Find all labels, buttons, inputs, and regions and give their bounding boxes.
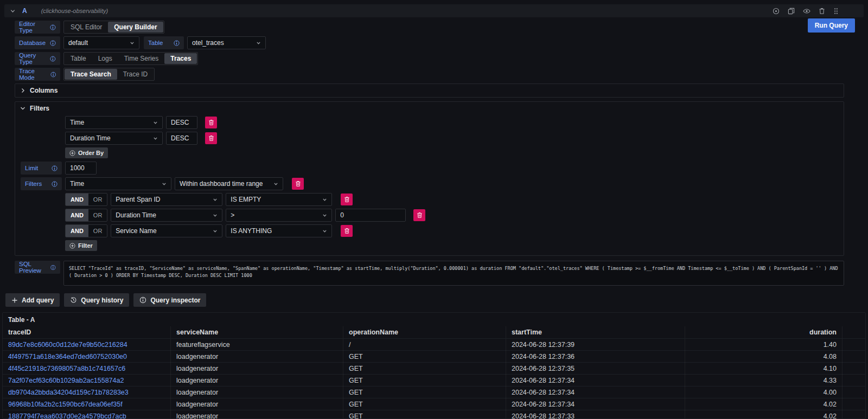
duplicate-query-icon[interactable] xyxy=(788,8,795,15)
or-option[interactable]: OR xyxy=(88,194,107,205)
hide-response-eye-icon[interactable] xyxy=(803,8,810,15)
row-gutter xyxy=(843,339,865,351)
or-option[interactable]: OR xyxy=(88,225,107,237)
remove-filter-button[interactable] xyxy=(341,194,353,205)
column-header-operationname[interactable]: operationName xyxy=(343,326,506,338)
add-order-by-button[interactable]: Order By xyxy=(65,147,108,158)
column-header-duration[interactable]: duration xyxy=(685,326,843,338)
circle-dot-icon[interactable] xyxy=(773,8,780,15)
sql-preview-text: SELECT "TraceId" as traceID, "ServiceNam… xyxy=(63,261,844,286)
time-filter-operator-value: Within dashboard time range xyxy=(180,180,263,188)
run-query-button[interactable]: Run Query xyxy=(808,18,855,33)
segment-option[interactable]: Query Builder xyxy=(108,22,163,33)
query-type-label-text: Query Type xyxy=(19,52,50,65)
segment-option[interactable]: Traces xyxy=(164,53,197,64)
or-option[interactable]: OR xyxy=(88,209,107,221)
filter-value-input[interactable]: 0 xyxy=(335,209,406,222)
operation-name-cell: / xyxy=(343,339,506,351)
order-by-field-select[interactable]: Time xyxy=(65,116,163,129)
filters-section-header[interactable]: Filters xyxy=(15,102,844,115)
add-filter-button[interactable]: Filter xyxy=(65,240,97,251)
trash-icon xyxy=(344,196,350,203)
limit-label: Limit xyxy=(21,162,62,175)
filter-field-select[interactable]: Service Name xyxy=(111,224,222,237)
and-option[interactable]: AND xyxy=(66,225,88,237)
table-value: otel_traces xyxy=(192,39,224,47)
info-icon xyxy=(50,56,56,62)
editor-type-label: Editor Type xyxy=(15,21,60,34)
column-header-servicename[interactable]: serviceName xyxy=(171,326,343,338)
query-row-header[interactable]: A (clickhouse-observability) xyxy=(4,4,864,17)
remove-time-filter-button[interactable] xyxy=(292,178,304,190)
time-filter-operator-select[interactable]: Within dashboard time range xyxy=(175,177,283,190)
order-by-row: Duration Time DESC xyxy=(21,132,838,145)
order-by-direction-select[interactable]: DESC xyxy=(166,116,197,129)
trace-id-link[interactable]: 4f497571a618e364ed7ded60752030e0 xyxy=(8,353,127,360)
order-by-direction-select[interactable]: DESC xyxy=(166,132,197,145)
remove-filter-button[interactable] xyxy=(413,209,425,221)
trace-id-link[interactable]: 1887794f7eaa6037d0e2a4579bcd7acb xyxy=(8,412,126,419)
segment-option[interactable]: Trace ID xyxy=(117,69,154,80)
remove-query-trash-icon[interactable] xyxy=(819,8,825,15)
filter-field-select[interactable]: Parent Span ID xyxy=(111,193,222,206)
time-filter-field-select[interactable]: Time xyxy=(65,177,171,190)
table-select[interactable]: otel_traces xyxy=(187,36,266,49)
chevron-right-icon xyxy=(20,88,25,93)
table-label-text: Table xyxy=(148,40,163,46)
query-history-button[interactable]: Query history xyxy=(64,293,129,307)
trace-mode-row: Trace Mode Trace SearchTrace ID xyxy=(15,68,844,81)
filter-operator-select[interactable]: IS EMPTY xyxy=(226,193,332,206)
query-inspector-button[interactable]: Query inspector xyxy=(133,293,206,307)
remove-order-by-button[interactable] xyxy=(205,117,217,128)
and-or-toggle[interactable]: AND OR xyxy=(65,209,107,222)
table-label: Table xyxy=(144,36,184,49)
filter-condition-row: AND OR Service Name IS ANYTHING xyxy=(21,224,838,237)
info-icon xyxy=(50,72,56,78)
trace-id-link[interactable]: 7a2f07ecf63c60b1029ab2ac155874a2 xyxy=(8,377,124,384)
service-name-cell: loadgenerator xyxy=(171,375,343,386)
column-header-traceid[interactable]: traceID xyxy=(3,326,171,338)
order-by-field-value: Time xyxy=(70,119,84,126)
filter-operator-select[interactable]: IS ANYTHING xyxy=(226,224,332,237)
filter-operator-value: IS EMPTY xyxy=(231,196,261,203)
sql-preview-row: SQL Preview SELECT "TraceId" as traceID,… xyxy=(15,261,844,286)
start-time-cell: 2024-06-28 12:37:39 xyxy=(506,339,685,351)
trace-mode-label-text: Trace Mode xyxy=(19,68,50,81)
trace-id-link[interactable]: db9704a2bbda34204d159c71b78283e3 xyxy=(8,389,129,396)
segment-option[interactable]: Time Series xyxy=(118,53,165,64)
database-select[interactable]: default xyxy=(63,36,139,49)
trace-id-link[interactable]: 96968b10fa2b2c1590bc67dea06ef35f xyxy=(8,401,123,408)
trash-icon xyxy=(344,228,350,234)
and-option[interactable]: AND xyxy=(66,209,88,221)
trace-id-link[interactable]: 89dc7e8c6060c0d12de7e9b50c216284 xyxy=(8,341,127,349)
row-gutter xyxy=(843,375,865,386)
filters-section-body: Time DESC Duration Time DESC Order By xyxy=(15,115,844,255)
time-filter-row: Filters Time Within dashboard time range xyxy=(21,177,838,190)
columns-section-header[interactable]: Columns xyxy=(15,84,844,97)
collapse-query-icon[interactable] xyxy=(10,8,16,14)
table-row: 1887794f7eaa6037d0e2a4579bcd7acb loadgen… xyxy=(3,410,865,419)
filter-field-select[interactable]: Duration Time xyxy=(111,209,222,222)
remove-filter-button[interactable] xyxy=(341,225,353,237)
chevron-down-icon xyxy=(322,197,327,202)
add-query-button[interactable]: Add query xyxy=(5,293,60,307)
segment-option[interactable]: Logs xyxy=(92,53,118,64)
limit-input[interactable] xyxy=(65,162,97,175)
chevron-down-icon xyxy=(213,213,218,218)
and-or-toggle[interactable]: AND OR xyxy=(65,193,107,206)
filter-operator-select[interactable]: > xyxy=(226,209,332,222)
and-option[interactable]: AND xyxy=(66,194,88,205)
segment-option[interactable]: Table xyxy=(65,53,92,64)
column-header-starttime[interactable]: startTime xyxy=(506,326,685,338)
trace-id-link[interactable]: 4f45c21918c73698057a8b1c741657c6 xyxy=(8,365,125,372)
chevron-down-icon xyxy=(322,213,327,218)
segment-option[interactable]: SQL Editor xyxy=(65,22,108,33)
and-or-toggle[interactable]: AND OR xyxy=(65,224,107,237)
grafana-query-editor-page: A (clickhouse-observability) xyxy=(0,0,868,419)
order-by-field-select[interactable]: Duration Time xyxy=(65,132,163,145)
segment-option[interactable]: Trace Search xyxy=(65,69,117,80)
chevron-down-icon xyxy=(153,136,158,141)
drag-handle-icon[interactable] xyxy=(833,8,839,15)
remove-order-by-button[interactable] xyxy=(205,132,217,144)
sql-preview-label-text: SQL Preview xyxy=(19,261,50,274)
